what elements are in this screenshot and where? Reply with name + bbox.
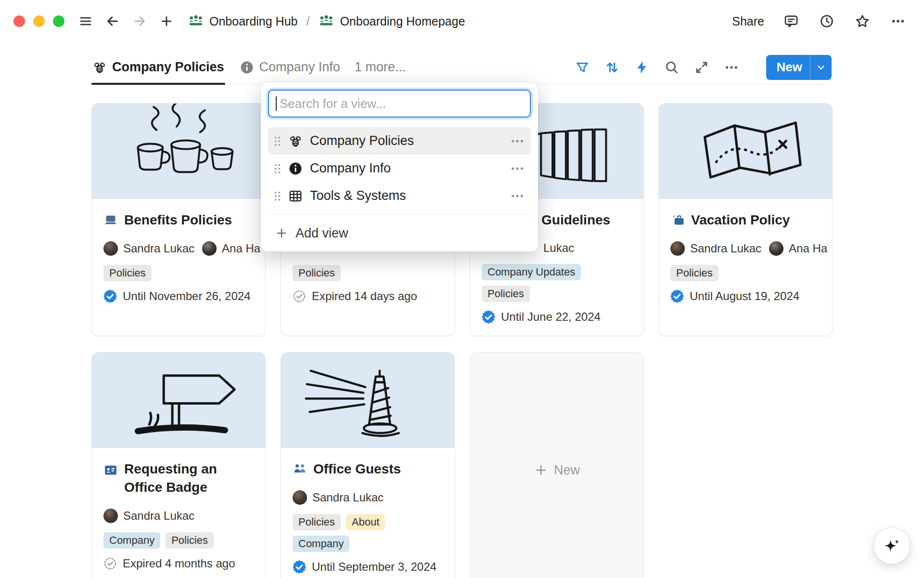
item-options-icon[interactable] — [510, 188, 525, 204]
avatar — [202, 241, 217, 256]
card-tags: Policies About — [293, 514, 443, 530]
fullscreen-window-button[interactable] — [53, 15, 64, 27]
tab-company-policies[interactable]: Company Policies — [91, 50, 225, 84]
automation-icon[interactable] — [633, 59, 651, 76]
sort-icon[interactable] — [603, 59, 621, 76]
avatar — [293, 490, 307, 505]
view-toolbar: Company Policies Company Info 1 more... — [91, 50, 832, 85]
card-people: Sandra Lukac Ana Ha — [103, 241, 265, 256]
person-name: Ana Ha — [789, 242, 827, 255]
window-controls — [13, 15, 64, 27]
laptop-icon — [103, 213, 118, 227]
status-label: Expired 4 months ago — [123, 557, 235, 570]
item-options-icon[interactable] — [510, 133, 525, 149]
favorite-star-icon[interactable] — [854, 13, 871, 30]
card-cover — [92, 104, 265, 199]
gallery-card-vacation-policy[interactable]: Vacation Policy Sandra Lukac Ana Ha Poli… — [658, 103, 833, 336]
breadcrumb-label: Onboarding Homepage — [340, 14, 465, 28]
tag: Policies — [293, 514, 341, 530]
gallery-card-office-guests[interactable]: Office Guests Sandra Lukac Policies Abou… — [281, 352, 455, 578]
gallery-card-benefits-policies[interactable]: Benefits Policies Sandra Lukac Ana Ha Po… — [91, 103, 266, 336]
more-options-icon[interactable] — [889, 13, 907, 30]
status-label: Until June 22, 2024 — [501, 310, 601, 324]
card-status: Until November 26, 2024 — [103, 289, 254, 303]
forward-icon[interactable] — [130, 12, 149, 31]
card-title: Requesting an Office Badge — [124, 460, 229, 497]
tag: Policies — [482, 286, 530, 302]
avatar — [670, 241, 685, 256]
breadcrumb: Onboarding Hub / Onboarding Homepage — [185, 11, 468, 31]
close-window-button[interactable] — [13, 15, 25, 27]
drag-handle-icon[interactable] — [274, 136, 281, 146]
view-menu-item-company-policies[interactable]: Company Policies — [268, 127, 531, 155]
card-status: Until August 19, 2024 — [670, 289, 821, 303]
share-button[interactable]: Share — [732, 14, 764, 28]
card-title: Vacation Policy — [691, 211, 790, 229]
status-label: Expired 14 days ago — [312, 289, 417, 303]
meeting-table-icon — [188, 13, 204, 29]
expired-icon — [293, 289, 306, 303]
search-icon[interactable] — [663, 59, 680, 76]
card-title-row: Office Guests — [293, 460, 443, 478]
ai-sparkle-button[interactable] — [873, 527, 910, 564]
new-card-button[interactable]: New — [470, 352, 644, 578]
verified-badge-icon — [482, 310, 495, 324]
card-tags: Policies — [103, 265, 254, 281]
card-tags: Policies — [670, 265, 821, 281]
card-tags: Policies — [482, 286, 632, 302]
more-views-button[interactable]: 1 more... — [355, 60, 406, 75]
plus-icon — [534, 463, 548, 477]
updates-clock-icon[interactable] — [818, 13, 835, 30]
lighthouse-drawing — [281, 353, 454, 447]
drag-handle-icon[interactable] — [274, 191, 281, 201]
card-cover — [281, 353, 454, 448]
new-page-icon[interactable] — [157, 12, 176, 31]
table-icon — [288, 189, 303, 203]
verified-badge-icon — [670, 289, 684, 303]
verified-badge-icon — [293, 560, 306, 574]
new-button[interactable]: New — [766, 55, 832, 80]
add-view-button[interactable]: Add view — [268, 220, 531, 247]
view-menu-item-label: Tools & Systems — [310, 188, 406, 203]
gallery-card-requesting-office-badge[interactable]: Requesting an Office Badge Sandra Lukac … — [91, 352, 266, 578]
card-title: Guidelines — [541, 211, 610, 229]
breadcrumb-item-onboarding-homepage[interactable]: Onboarding Homepage — [315, 11, 468, 31]
chevron-down-icon[interactable] — [810, 55, 832, 80]
card-people: Sandra Lukac Ana Ha — [670, 241, 832, 256]
status-label: Until November 26, 2024 — [123, 289, 250, 303]
comments-icon[interactable] — [783, 13, 800, 30]
tag: Company — [103, 532, 160, 549]
view-search-input[interactable] — [268, 90, 531, 118]
card-status: Expired 4 months ago — [103, 557, 254, 570]
view-menu-item-company-info[interactable]: Company Info — [268, 155, 531, 182]
card-status: Until September 3, 2024 — [293, 560, 443, 574]
tab-company-info[interactable]: Company Info — [239, 50, 341, 84]
back-icon[interactable] — [103, 12, 122, 31]
view-menu-item-tools-systems[interactable]: Tools & Systems — [268, 182, 531, 210]
tab-label: Company Info — [259, 60, 340, 75]
tag: Policies — [103, 265, 152, 281]
card-title-row: Benefits Policies — [103, 211, 254, 229]
expand-icon[interactable] — [693, 59, 710, 76]
avatar — [103, 509, 118, 523]
new-card-label: New — [554, 463, 580, 478]
bee-icon — [92, 60, 107, 75]
info-icon — [288, 161, 303, 176]
minimize-window-button[interactable] — [33, 15, 45, 27]
item-options-icon[interactable] — [510, 161, 525, 176]
bee-icon — [288, 134, 303, 148]
two-people-icon — [293, 462, 307, 476]
card-title-row: Vacation Policy — [670, 211, 821, 229]
breadcrumb-item-onboarding-hub[interactable]: Onboarding Hub — [185, 11, 300, 31]
person-name: Sandra Lukac — [123, 509, 194, 523]
person-name: Sandra Lukac — [690, 242, 761, 255]
view-options-icon[interactable] — [723, 59, 740, 76]
view-menu-item-label: Company Policies — [310, 133, 414, 148]
filter-icon[interactable] — [574, 59, 591, 76]
drag-handle-icon[interactable] — [274, 163, 281, 174]
card-tags: Company — [293, 536, 443, 552]
plus-icon — [275, 226, 288, 240]
notion-window: Onboarding Hub / Onboarding Homepage Sha… — [0, 0, 924, 578]
menu-divider — [269, 214, 530, 215]
sidebar-toggle-icon[interactable] — [76, 12, 95, 31]
